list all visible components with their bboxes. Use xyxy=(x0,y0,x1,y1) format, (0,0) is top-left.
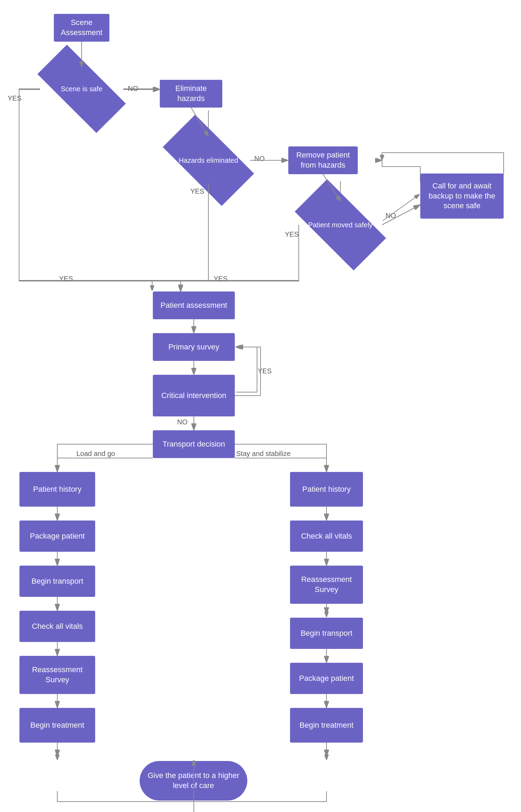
yes-label-merge-right: YES xyxy=(214,275,228,283)
yes-label-critical: YES xyxy=(258,367,272,375)
scene-is-safe-node: Scene is safe xyxy=(38,45,126,133)
right-begin-treatment-node: Begin treatment xyxy=(290,708,363,743)
critical-intervention-node: Critical intervention xyxy=(153,375,235,416)
call-backup-node: Call for and await backup to make the sc… xyxy=(420,174,504,219)
no-label-moved: NO xyxy=(386,212,396,220)
no-label-critical: NO xyxy=(177,418,188,426)
no-label-hazards: NO xyxy=(254,155,265,163)
right-check-vitals-node: Check all vitals xyxy=(290,521,363,552)
eliminate-hazards-node: Eliminate hazards xyxy=(160,80,222,108)
patient-moved-safely-node: Patient moved safely xyxy=(295,179,386,270)
yes-label-hazards: YES xyxy=(190,187,204,195)
transport-decision-node: Transport decision xyxy=(153,430,235,458)
right-begin-transport-node: Begin transport xyxy=(290,618,363,649)
right-reassessment-node: Reassessment Survey xyxy=(290,566,363,604)
load-and-go-label: Load and go xyxy=(76,450,115,458)
yes-label-merge-left: YES xyxy=(59,275,73,283)
give-patient-node: Give the patient to a higher level of ca… xyxy=(140,761,247,801)
no-label-scene: NO xyxy=(128,85,138,93)
patient-assessment-node: Patient assessment xyxy=(153,291,235,319)
yes-label-scene: YES xyxy=(8,94,22,102)
left-patient-history-node: Patient history xyxy=(19,472,95,507)
remove-patient-node: Remove patient from hazards xyxy=(288,146,358,174)
left-check-vitals-node: Check all vitals xyxy=(19,611,95,642)
yes-label-moved: YES xyxy=(285,230,299,238)
hazards-eliminated-node: Hazards eliminated xyxy=(163,115,254,206)
stay-and-stabilize-label: Stay and stabilize xyxy=(236,450,291,458)
left-begin-transport-node: Begin transport xyxy=(19,566,95,597)
right-package-patient-node: Package patient xyxy=(290,663,363,694)
left-reassessment-node: Reassessment Survey xyxy=(19,656,95,694)
scene-assessment-node: Scene Assessment xyxy=(54,14,109,42)
flowchart: Scene Assessment Scene is safe NO YES El… xyxy=(0,0,521,812)
right-patient-history-node: Patient history xyxy=(290,472,363,507)
primary-survey-node: Primary survey xyxy=(153,333,235,361)
left-package-patient-node: Package patient xyxy=(19,521,95,552)
left-begin-treatment-node: Begin treatment xyxy=(19,708,95,743)
